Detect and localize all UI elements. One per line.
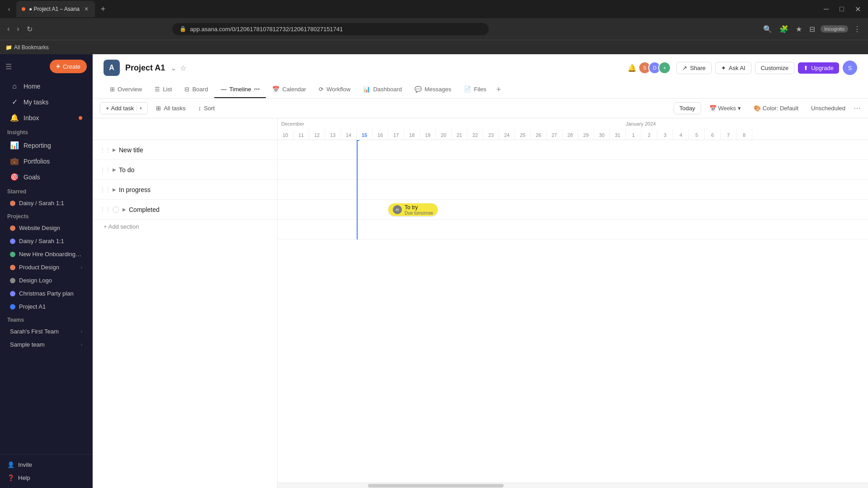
section-row-to-do[interactable]: ⋮⋮ ▶ To do (93, 160, 277, 180)
sort-button[interactable]: ↕ Sort (194, 103, 219, 114)
close-btn[interactable]: ✕ (851, 3, 864, 15)
help-item[interactable]: ❓ Help (0, 471, 92, 484)
date-col-27: 27 (547, 129, 562, 140)
minimize-btn[interactable]: ─ (820, 3, 832, 15)
all-bookmarks-link[interactable]: 📁 All Bookmarks (5, 44, 49, 51)
sidebar-item-product-design[interactable]: Product Design › (3, 261, 90, 273)
more-browser-icon[interactable]: ⋮ (852, 23, 863, 35)
sidebar-item-project-a1[interactable]: Project A1 (3, 300, 90, 313)
scrollbar-thumb[interactable] (368, 484, 504, 488)
tab-files[interactable]: 📄 Files (458, 81, 492, 98)
sidebar-item-sample-team[interactable]: Sample team › (3, 338, 90, 351)
active-tab[interactable]: ● Project A1 – Asana ✕ (16, 1, 95, 17)
date-col-13: 13 (325, 129, 341, 140)
invite-item[interactable]: 👤 Invite (0, 458, 92, 471)
tab-workflow[interactable]: ⟳ Workflow (312, 81, 357, 98)
notification-bell-header-icon[interactable]: 🔔 (627, 64, 637, 72)
tab-dashboard[interactable]: 📊 Dashboard (357, 81, 408, 98)
maximize-btn[interactable]: □ (836, 3, 848, 15)
sidebar-item-reporting[interactable]: 📊 Reporting (3, 138, 90, 153)
date-col-jan-6: 6 (705, 129, 721, 140)
sidebar-item-portfolios[interactable]: 💼 Portfolios (3, 154, 90, 169)
to-do-expand-icon[interactable]: ▶ (113, 167, 116, 172)
project-dot-website (10, 225, 15, 231)
sidebar-item-christmas-party[interactable]: Christmas Party plan (3, 287, 90, 300)
starred-section-header: Starred (0, 185, 92, 197)
tab-list[interactable]: ☰ List (148, 81, 178, 98)
weeks-button[interactable]: 📅 Weeks ▾ (705, 103, 746, 114)
toolbar-more-button[interactable]: ⋯ (854, 104, 861, 113)
completed-expand-icon[interactable]: ▶ (123, 207, 126, 212)
add-tab-button[interactable]: + (493, 81, 505, 98)
address-bar[interactable]: 🔒 app.asana.com/0/1206178107812732/12061… (172, 23, 489, 35)
tab-overview[interactable]: ⊞ Overview (104, 81, 148, 98)
tab-back-btn[interactable]: ‹ (4, 4, 14, 14)
tab-board[interactable]: ⊟ Board (178, 81, 214, 98)
timeline-row-completed: m To try Due tomorrow (278, 200, 868, 220)
sidebar-top: ☰ + Create (0, 58, 92, 75)
sidebar-item-home[interactable]: ⌂ Home (3, 79, 90, 94)
date-col-jan-4: 4 (673, 129, 689, 140)
tab-close-btn[interactable]: ✕ (83, 5, 90, 13)
extensions-icon[interactable]: 🧩 (778, 23, 790, 35)
today-button[interactable]: Today (674, 102, 701, 114)
user-avatar[interactable]: S (843, 61, 857, 75)
project-dot-new-hire (10, 252, 15, 257)
avatar-group: S D + (638, 61, 671, 74)
add-task-dropdown-icon[interactable]: ▾ (137, 106, 142, 111)
incognito-badge[interactable]: Incognito (821, 25, 848, 33)
nav-back-btn[interactable]: ‹ (5, 23, 11, 35)
sidebar-item-inbox[interactable]: 🔔 Inbox (3, 110, 90, 125)
project-dot-design-logo (10, 278, 15, 283)
sidebar-item-my-tasks[interactable]: ✓ My tasks (3, 94, 90, 109)
timeline-toolbar: + Add task ▾ ⊞ All tasks ↕ Sort Today 📅 … (93, 99, 868, 118)
tab-messages[interactable]: 💬 Messages (408, 81, 458, 98)
color-button[interactable]: 🎨 Color: Default (749, 103, 803, 114)
sidebar-icon[interactable]: ⊟ (807, 23, 817, 35)
all-tasks-button[interactable]: ⊞ All tasks (151, 103, 190, 114)
new-tab-btn[interactable]: + (97, 3, 109, 15)
tab-calendar[interactable]: 📅 Calendar (266, 81, 312, 98)
project-dropdown-icon[interactable]: ⌄ (170, 64, 176, 72)
add-task-button[interactable]: + Add task ▾ (100, 102, 148, 114)
today-vertical-line (357, 140, 358, 239)
unscheduled-button[interactable]: Unscheduled (807, 103, 850, 114)
create-button[interactable]: + Create (50, 60, 87, 73)
timeline-scrollbar[interactable] (278, 483, 868, 488)
date-col-30: 30 (594, 129, 610, 140)
sidebar-item-daisy-sarah-project[interactable]: Daisy / Sarah 1:1 (3, 235, 90, 247)
nav-forward-btn[interactable]: › (15, 23, 21, 35)
sidebar-toggle-icon[interactable]: ☰ (5, 62, 12, 71)
invite-icon: 👤 (7, 461, 14, 468)
sarahs-team-arrow-icon: › (81, 329, 82, 334)
search-icon[interactable]: 🔍 (761, 23, 774, 35)
sidebar-item-daisy-sarah-starred[interactable]: Daisy / Sarah 1:1 (3, 197, 90, 209)
upgrade-button[interactable]: ⬆ Upgrade (798, 62, 839, 74)
sidebar-item-sarahs-first-team[interactable]: Sarah's First Team › (3, 325, 90, 338)
plus-icon: + (106, 105, 109, 112)
section-row-completed[interactable]: ⋮⋮ ▶ Completed (93, 200, 277, 220)
project-star-icon[interactable]: ☆ (180, 64, 186, 72)
sidebar-item-new-hire[interactable]: New Hire Onboarding Ch... (3, 248, 90, 260)
nav-refresh-btn[interactable]: ↻ (25, 23, 34, 35)
share-button[interactable]: ↗ Share (676, 62, 712, 74)
sidebar-item-website-design[interactable]: Website Design (3, 222, 90, 234)
add-section-row[interactable]: + Add section (93, 220, 277, 234)
tab-title: ● Project A1 – Asana (29, 6, 80, 12)
completed-checkbox (113, 206, 119, 213)
customize-button[interactable]: Customize (755, 62, 794, 74)
tab-favicon-dot (22, 7, 25, 11)
task-pill-to-try[interactable]: m To try Due tomorrow (388, 203, 438, 216)
ask-ai-button[interactable]: ✦ Ask AI (715, 62, 751, 74)
task-pill-text: To try Due tomorrow (405, 204, 433, 216)
sidebar-item-design-logo[interactable]: Design Logo (3, 274, 90, 286)
in-progress-expand-icon[interactable]: ▶ (113, 187, 116, 192)
timeline-dates: December 10 11 12 13 14 15 16 17 18 19 2… (278, 118, 868, 140)
sidebar-item-goals[interactable]: 🎯 Goals (3, 169, 90, 184)
bookmark-icon[interactable]: ★ (794, 23, 804, 35)
section-row-new-title[interactable]: ⋮⋮ ▶ New title (93, 140, 277, 160)
tab-timeline[interactable]: — Timeline ••• (214, 81, 266, 98)
share-icon: ↗ (682, 65, 687, 71)
section-row-in-progress[interactable]: ⋮⋮ ▶ In progress (93, 180, 277, 200)
new-title-expand-icon[interactable]: ▶ (113, 147, 116, 152)
